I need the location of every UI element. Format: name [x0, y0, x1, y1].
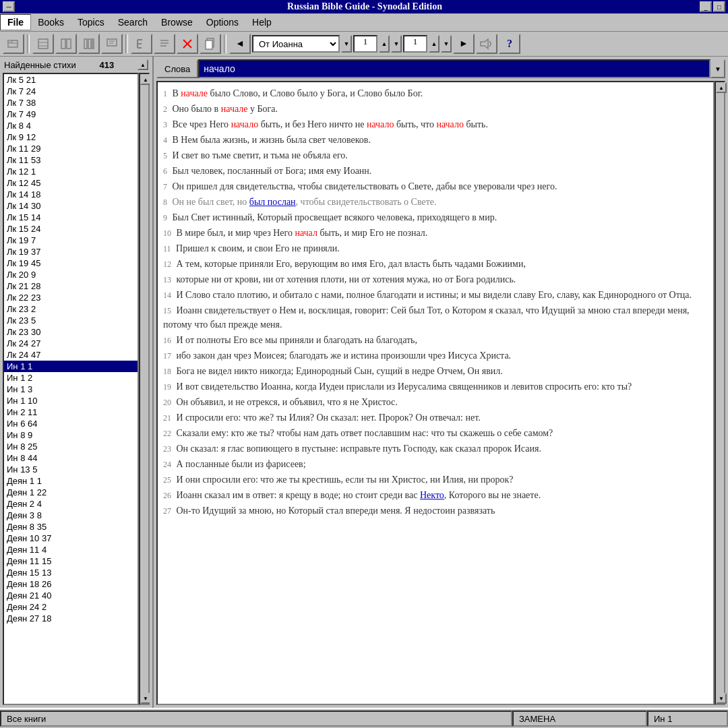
verse-item[interactable]: Лк 24 27: [4, 338, 138, 349]
system-menu-btn[interactable]: ─: [3, 1, 15, 12]
verse-item[interactable]: Лк 23 30: [4, 326, 138, 338]
verses-scroll-up[interactable]: ▲: [140, 74, 150, 85]
verse-item[interactable]: Деян 1 1: [4, 475, 138, 487]
verse-item[interactable]: Лк 14 18: [4, 189, 138, 200]
verses-scroll-down[interactable]: ▼: [140, 693, 150, 704]
verse-item[interactable]: Лк 7 38: [4, 97, 138, 109]
search-scroll-btn[interactable]: ▼: [710, 59, 725, 78]
verse-item[interactable]: Деян 21 40: [4, 590, 138, 601]
verse-item[interactable]: Лк 23 2: [4, 303, 138, 315]
verse-item[interactable]: Деян 2 4: [4, 498, 138, 510]
verses-list[interactable]: Лк 5 21Лк 7 24Лк 7 38Лк 7 49Лк 8 4Лк 9 1…: [3, 73, 139, 705]
verse-item[interactable]: Лк 14 30: [4, 200, 138, 212]
verse-item[interactable]: Деян 15 13: [4, 567, 138, 578]
verse-item[interactable]: Деян 8 35: [4, 521, 138, 533]
toolbar-btn-1[interactable]: [32, 34, 54, 54]
minimize-btn[interactable]: _: [700, 1, 712, 12]
toolbar-btn-2[interactable]: [55, 34, 77, 54]
verse-item[interactable]: Ин 1 1: [4, 361, 138, 372]
verse-item[interactable]: Ин 13 5: [4, 464, 138, 475]
bible-scroll-down[interactable]: ▼: [716, 693, 727, 704]
verse-item[interactable]: Деян 11 4: [4, 544, 138, 555]
verse-segment: Он не был свет, но: [170, 197, 249, 207]
verse-item[interactable]: Ин 1 10: [4, 395, 138, 406]
book-select[interactable]: От Иоанна: [252, 35, 340, 53]
verse-spin-down[interactable]: ▼: [441, 35, 452, 53]
bible-scroll-up[interactable]: ▲: [716, 82, 727, 93]
verse-item[interactable]: Деян 18 26: [4, 578, 138, 590]
toolbar-copy-btn[interactable]: [200, 34, 221, 54]
verse-item[interactable]: Лк 12 1: [4, 166, 138, 177]
verse-item[interactable]: Деян 27 18: [4, 613, 138, 624]
menu-file[interactable]: File: [0, 14, 31, 30]
menu-help[interactable]: Help: [245, 15, 278, 30]
verse-segment: И Слово стало плотию, и обитало с нами, …: [174, 290, 692, 300]
menu-books[interactable]: Books: [31, 15, 71, 30]
verse-segment: у Бога.: [247, 104, 278, 114]
book-spin-down[interactable]: ▼: [341, 35, 352, 53]
bible-verse-line: 16 И от полноты Его все мы приняли и бла…: [163, 333, 708, 347]
svg-rect-9: [92, 39, 94, 49]
verse-item[interactable]: Ин 1 3: [4, 384, 138, 395]
verse-item[interactable]: Лк 5 21: [4, 74, 138, 86]
search-words-btn[interactable]: Слова: [156, 59, 198, 78]
chapter-spin-down[interactable]: ▼: [391, 35, 402, 53]
verse-item[interactable]: Ин 6 64: [4, 418, 138, 429]
verse-item[interactable]: Лк 21 28: [4, 280, 138, 292]
verse-item[interactable]: Ин 8 25: [4, 441, 138, 452]
toolbar-speaker-btn[interactable]: [476, 34, 497, 54]
verse-item[interactable]: Лк 22 23: [4, 292, 138, 303]
chapter-input[interactable]: 1: [353, 35, 377, 53]
verse-item[interactable]: Лк 12 45: [4, 177, 138, 189]
nav-fwd-btn[interactable]: ►: [453, 34, 475, 54]
verse-item[interactable]: Лк 19 37: [4, 246, 138, 257]
verse-item[interactable]: Лк 7 24: [4, 86, 138, 97]
verse-item[interactable]: Лк 19 7: [4, 235, 138, 246]
verse-item[interactable]: Лк 15 14: [4, 212, 138, 223]
verse-item[interactable]: Лк 19 45: [4, 257, 138, 269]
verse-item[interactable]: Ин 2 11: [4, 406, 138, 418]
verse-item[interactable]: Деян 24 2: [4, 601, 138, 613]
verse-item[interactable]: Лк 11 29: [4, 143, 138, 154]
verse-segment: А тем, которые приняли Его, верующим во …: [174, 259, 526, 269]
verse-item[interactable]: Лк 15 24: [4, 223, 138, 235]
toolbar-delete-btn[interactable]: [177, 34, 198, 54]
verse-spin-up[interactable]: ▲: [429, 35, 439, 53]
toolbar-text-btn-2[interactable]: [154, 34, 175, 54]
toolbar-btn-3[interactable]: [78, 34, 100, 54]
verse-item[interactable]: Деян 3 8: [4, 510, 138, 521]
verse-item[interactable]: Лк 9 12: [4, 131, 138, 143]
verse-item[interactable]: Лк 11 53: [4, 154, 138, 166]
menu-options[interactable]: Options: [200, 15, 245, 30]
verse-item[interactable]: Лк 24 47: [4, 349, 138, 361]
verse-item[interactable]: Лк 20 9: [4, 269, 138, 280]
verse-item[interactable]: Ин 8 9: [4, 429, 138, 441]
toolbar-help-btn[interactable]: ?: [499, 34, 520, 54]
verse-segment: И вот свидетельство Иоанна, когда Иудеи …: [174, 382, 632, 392]
menu-topics[interactable]: Topics: [71, 15, 111, 30]
found-count: 413: [100, 60, 115, 70]
toolbar-text-btn-1[interactable]: [131, 34, 152, 54]
menu-search[interactable]: Search: [111, 15, 154, 30]
chapter-spin-up[interactable]: ▲: [379, 35, 390, 53]
verse-item[interactable]: Деян 10 37: [4, 533, 138, 544]
verse-segment: И они спросили его: что же ты крестишь, …: [174, 475, 513, 485]
verse-item[interactable]: Ин 8 44: [4, 452, 138, 464]
search-input[interactable]: [198, 59, 710, 78]
toolbar-btn-4[interactable]: [101, 34, 123, 54]
verse-item[interactable]: Деян 1 22: [4, 487, 138, 498]
nav-back-btn[interactable]: ◄: [229, 34, 251, 54]
menu-browse[interactable]: Browse: [154, 15, 200, 30]
verse-item[interactable]: Лк 8 4: [4, 120, 138, 131]
verse-number: 18: [163, 367, 171, 376]
verse-item[interactable]: Лк 23 5: [4, 315, 138, 326]
verse-item[interactable]: Деян 11 15: [4, 555, 138, 567]
verse-item[interactable]: Лк 7 49: [4, 109, 138, 120]
verse-input[interactable]: 1: [403, 35, 427, 53]
maximize-btn[interactable]: □: [713, 1, 725, 12]
verse-item[interactable]: Ин 1 2: [4, 372, 138, 384]
toolbar-open-btn[interactable]: [3, 34, 24, 54]
verse-number: 20: [163, 398, 171, 407]
verse-number: 24: [163, 460, 171, 469]
list-scroll-up-btn[interactable]: ▲: [138, 59, 148, 70]
